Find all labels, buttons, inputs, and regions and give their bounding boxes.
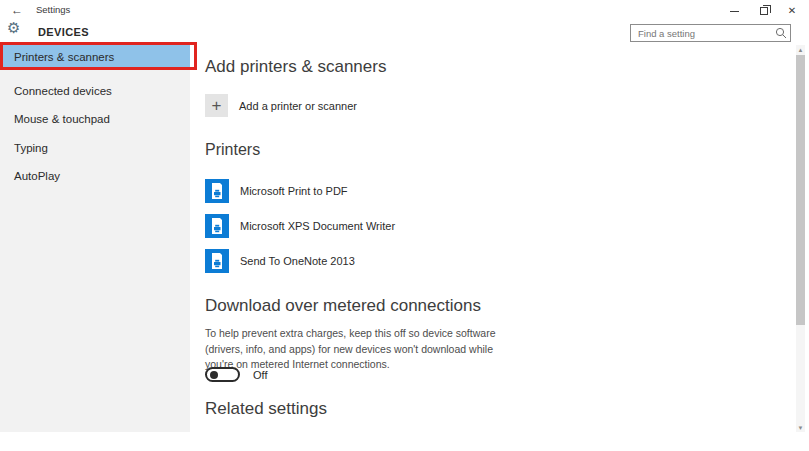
metered-description: To help prevent extra charges, keep this…	[205, 326, 535, 373]
sidebar-item-printers-scanners[interactable]: Printers & scanners	[0, 45, 190, 68]
page-title: DEVICES	[38, 26, 89, 38]
close-button[interactable]: ✕	[777, 0, 807, 22]
plus-icon: +	[205, 94, 228, 117]
sidebar: Printers & scanners Connected devices Mo…	[0, 44, 190, 432]
scrollbar-thumb[interactable]	[796, 55, 805, 325]
close-icon: ✕	[788, 6, 796, 16]
search-icon	[774, 26, 788, 40]
add-printer-button[interactable]: + Add a printer or scanner	[205, 94, 357, 117]
restore-button[interactable]	[749, 0, 779, 22]
back-button[interactable]: ←	[8, 2, 26, 18]
toggle-knob-icon	[210, 371, 218, 379]
printer-icon	[205, 249, 229, 273]
app-title: Settings	[36, 4, 70, 15]
sidebar-item-label: Mouse & touchpad	[14, 113, 110, 125]
add-printer-label: Add a printer or scanner	[239, 100, 357, 112]
sidebar-item-label: Connected devices	[14, 85, 112, 97]
section-heading-printers: Printers	[205, 141, 260, 159]
printer-icon	[205, 179, 229, 203]
section-heading-related: Related settings	[205, 399, 327, 419]
sidebar-item-label: Printers & scanners	[14, 51, 114, 63]
section-heading-metered: Download over metered connections	[205, 296, 481, 316]
search-input[interactable]	[631, 28, 774, 39]
printer-name: Send To OneNote 2013	[240, 255, 355, 267]
metered-toggle-row: Off	[205, 367, 267, 382]
minimize-icon	[730, 11, 739, 12]
printer-name: Microsoft XPS Document Writer	[240, 220, 395, 232]
toggle-state-label: Off	[253, 369, 267, 381]
sidebar-item-connected-devices[interactable]: Connected devices	[0, 79, 190, 102]
sidebar-item-label: Typing	[14, 142, 48, 154]
settings-window: ← Settings ✕ ⚙ DEVICES Printers & scanne…	[0, 0, 809, 451]
back-arrow-icon: ←	[11, 3, 23, 17]
sidebar-item-typing[interactable]: Typing	[0, 136, 190, 159]
search-box[interactable]	[630, 24, 791, 42]
page-header: ⚙ DEVICES	[0, 22, 809, 44]
printer-row-send-to-onenote[interactable]: Send To OneNote 2013	[205, 249, 355, 273]
main-content: Add printers & scanners + Add a printer …	[205, 44, 775, 432]
printer-name: Microsoft Print to PDF	[240, 185, 348, 197]
minimize-button[interactable]	[719, 0, 749, 22]
printer-icon	[205, 214, 229, 238]
gear-icon: ⚙	[7, 19, 20, 37]
restore-icon	[760, 7, 768, 15]
title-bar: ← Settings ✕	[0, 0, 809, 22]
scrollbar[interactable]: ▲ ▼	[796, 45, 805, 432]
sidebar-item-mouse-touchpad[interactable]: Mouse & touchpad	[0, 107, 190, 130]
sidebar-item-label: AutoPlay	[14, 170, 60, 182]
metered-toggle-switch[interactable]	[205, 367, 240, 382]
scroll-down-icon[interactable]: ▼	[796, 423, 805, 432]
printer-row-microsoft-xps-writer[interactable]: Microsoft XPS Document Writer	[205, 214, 395, 238]
printer-row-microsoft-print-to-pdf[interactable]: Microsoft Print to PDF	[205, 179, 348, 203]
sidebar-item-autoplay[interactable]: AutoPlay	[0, 164, 190, 187]
scroll-up-icon[interactable]: ▲	[796, 45, 805, 54]
section-heading-add-printers: Add printers & scanners	[205, 57, 386, 77]
